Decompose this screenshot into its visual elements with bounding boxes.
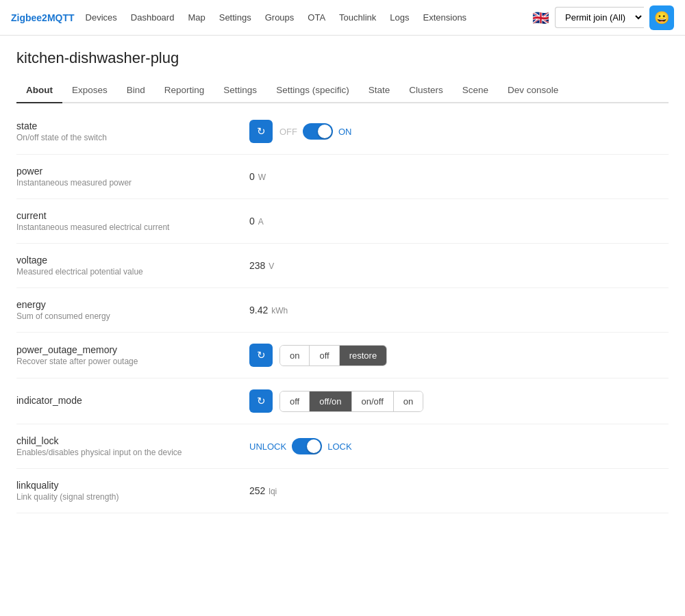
refresh-button-power-outage-memory[interactable]: ↻	[249, 344, 273, 367]
prop-label-current: current Instantaneous measured electrica…	[16, 210, 249, 232]
unit-power: W	[258, 172, 266, 182]
nav-item-devices[interactable]: Devices	[80, 10, 123, 25]
btn-indicator-off-on[interactable]: off/on	[310, 392, 351, 411]
toggle-off-label-state: OFF	[279, 127, 297, 137]
prop-desc-child-lock: Enables/disables physical input on the d…	[16, 448, 249, 457]
prop-name-linkquality: linkquality	[16, 480, 249, 491]
page-title: kitchen-dishwasher-plug	[16, 49, 669, 67]
prop-name-energy: energy	[16, 299, 249, 310]
prop-label-power-outage-memory: power_outage_memory Recover state after …	[16, 344, 249, 366]
prop-label-linkquality: linkquality Link quality (signal strengt…	[16, 480, 249, 502]
prop-name-child-lock: child_lock	[16, 435, 249, 446]
prop-label-child-lock: child_lock Enables/disables physical inp…	[16, 435, 249, 457]
page-content: kitchen-dishwasher-plug About Exposes Bi…	[0, 36, 685, 616]
nav-item-touchlink[interactable]: Touchlink	[334, 10, 382, 25]
prop-label-energy: energy Sum of consumed energy	[16, 299, 249, 321]
refresh-button-indicator-mode[interactable]: ↻	[249, 389, 273, 413]
prop-control-voltage: 238 V	[249, 260, 669, 271]
nav-item-groups[interactable]: Groups	[260, 10, 300, 25]
permit-join-container: Permit join (All)	[555, 7, 644, 28]
prop-control-power-outage-memory: ↻ on off restore	[249, 344, 669, 367]
prop-desc-voltage: Measured electrical potential value	[16, 267, 249, 277]
toggle-unlock-label-child-lock: UNLOCK	[249, 441, 286, 452]
prop-name-indicator-mode: indicator_mode	[16, 395, 249, 406]
value-linkquality: 252 lqi	[249, 485, 277, 496]
nav-item-ota[interactable]: OTA	[302, 10, 331, 25]
refresh-button-state[interactable]: ↻	[249, 120, 273, 143]
nav-item-extensions[interactable]: Extensions	[418, 10, 473, 25]
btn-indicator-on-off[interactable]: on/off	[352, 392, 394, 411]
toggle-container-child-lock: UNLOCK LOCK	[249, 438, 352, 454]
prop-label-power: power Instantaneous measured power	[16, 166, 249, 188]
tab-reporting[interactable]: Reporting	[155, 78, 214, 103]
prop-control-child-lock: UNLOCK LOCK	[249, 438, 669, 454]
unit-linkquality: lqi	[269, 487, 277, 496]
prop-label-state: state On/off state of the switch	[16, 120, 249, 142]
prop-name-power-outage-memory: power_outage_memory	[16, 344, 249, 355]
prop-control-state: ↻ OFF ON	[249, 120, 669, 143]
prop-desc-state: On/off state of the switch	[16, 133, 249, 142]
tab-clusters[interactable]: Clusters	[399, 78, 453, 103]
btn-power-outage-on[interactable]: on	[280, 346, 310, 365]
prop-row-power-outage-memory: power_outage_memory Recover state after …	[16, 333, 669, 378]
prop-control-indicator-mode: ↻ off off/on on/off on	[249, 389, 669, 413]
prop-control-power: 0 W	[249, 171, 669, 182]
unit-voltage: V	[269, 261, 274, 271]
value-power: 0 W	[249, 171, 266, 182]
btn-indicator-off[interactable]: off	[280, 392, 310, 411]
nav-item-map[interactable]: Map	[182, 10, 210, 25]
toggle-on-label-state: ON	[338, 127, 352, 137]
btn-power-outage-off[interactable]: off	[310, 346, 339, 365]
toggle-switch-state[interactable]	[303, 123, 333, 140]
tab-settings[interactable]: Settings	[214, 78, 266, 103]
tab-about[interactable]: About	[16, 78, 62, 103]
prop-row-power: power Instantaneous measured power 0 W	[16, 155, 669, 199]
btn-power-outage-restore[interactable]: restore	[340, 346, 386, 365]
prop-desc-power-outage-memory: Recover state after power outage	[16, 357, 249, 366]
btn-indicator-on[interactable]: on	[394, 392, 423, 411]
tab-exposes[interactable]: Exposes	[62, 78, 117, 103]
prop-desc-power: Instantaneous measured power	[16, 178, 249, 188]
prop-row-voltage: voltage Measured electrical potential va…	[16, 244, 669, 288]
toggle-lock-label-child-lock: LOCK	[327, 441, 351, 452]
prop-desc-current: Instantaneous measured electrical curren…	[16, 222, 249, 232]
prop-label-voltage: voltage Measured electrical potential va…	[16, 255, 249, 277]
nav-item-logs[interactable]: Logs	[384, 10, 414, 25]
toggle-container-state: OFF ON	[279, 123, 352, 140]
nav-brand[interactable]: Zigbee2MQTT	[11, 12, 75, 23]
value-current: 0 A	[249, 216, 264, 227]
prop-row-current: current Instantaneous measured electrica…	[16, 199, 669, 244]
prop-label-indicator-mode: indicator_mode	[16, 395, 249, 407]
nav-item-settings[interactable]: Settings	[214, 10, 257, 25]
value-energy: 9.42 kWh	[249, 305, 288, 316]
prop-desc-energy: Sum of consumed energy	[16, 311, 249, 321]
navbar: Zigbee2MQTT Devices Dashboard Map Settin…	[0, 0, 685, 36]
btn-group-indicator-mode: off off/on on/off on	[279, 391, 423, 412]
permit-join-select[interactable]: Permit join (All)	[555, 7, 644, 28]
toggle-switch-child-lock[interactable]	[292, 438, 322, 454]
prop-control-energy: 9.42 kWh	[249, 305, 669, 316]
btn-group-power-outage-memory: on off restore	[279, 345, 387, 366]
prop-name-state: state	[16, 120, 249, 131]
tab-dev-console[interactable]: Dev console	[498, 78, 568, 103]
tab-scene[interactable]: Scene	[453, 78, 498, 103]
language-flag-icon[interactable]: 🇬🇧	[532, 10, 549, 26]
tabs-container: About Exposes Bind Reporting Settings Se…	[16, 78, 669, 103]
prop-row-state: state On/off state of the switch ↻ OFF O…	[16, 109, 669, 155]
tab-state[interactable]: State	[359, 78, 400, 103]
nav-right: 🇬🇧 Permit join (All) 😀	[532, 5, 674, 30]
prop-desc-linkquality: Link quality (signal strength)	[16, 492, 249, 502]
nav-item-dashboard[interactable]: Dashboard	[125, 10, 180, 25]
prop-name-voltage: voltage	[16, 255, 249, 266]
prop-row-child-lock: child_lock Enables/disables physical inp…	[16, 424, 669, 469]
prop-control-current: 0 A	[249, 216, 669, 227]
prop-row-linkquality: linkquality Link quality (signal strengt…	[16, 469, 669, 513]
value-voltage: 238 V	[249, 260, 274, 271]
user-menu-button[interactable]: 😀	[649, 5, 674, 30]
prop-name-power: power	[16, 166, 249, 177]
unit-current: A	[258, 217, 264, 227]
prop-control-linkquality: 252 lqi	[249, 485, 669, 496]
tab-bind[interactable]: Bind	[117, 78, 155, 103]
prop-row-energy: energy Sum of consumed energy 9.42 kWh	[16, 288, 669, 333]
tab-settings-specific[interactable]: Settings (specific)	[266, 78, 359, 103]
